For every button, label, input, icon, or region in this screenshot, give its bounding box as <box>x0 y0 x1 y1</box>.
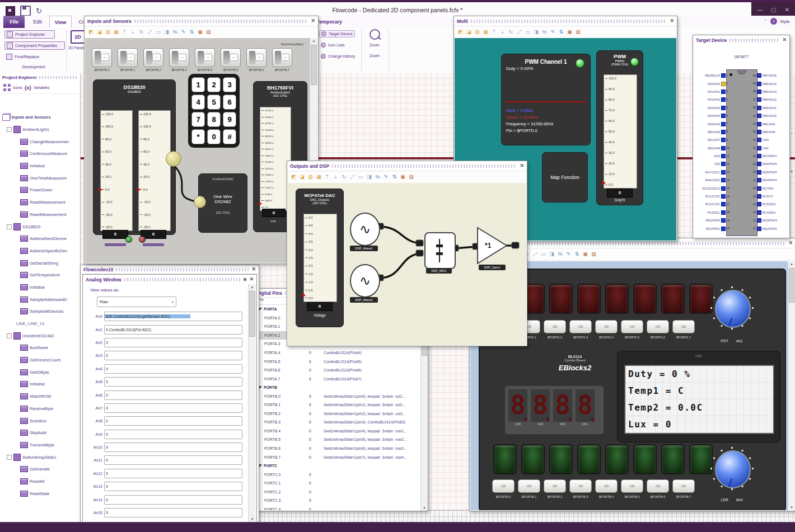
maximize-icon[interactable]: ▢ <box>771 7 776 13</box>
toolbar-icon[interactable]: ▥ <box>474 29 481 36</box>
keypad-key[interactable]: 0 <box>207 129 221 144</box>
chip-pin[interactable]: 28 RD5/PSP5 <box>751 168 788 176</box>
digital-pin-row[interactable]: PORTC <box>254 462 420 470</box>
chip-pin[interactable]: RE1/AN7 9 <box>695 136 732 144</box>
tree-item[interactable]: - Initialise <box>0 160 80 172</box>
toolbar-icon[interactable]: ▣ <box>399 173 406 181</box>
toolbar-icon[interactable]: ⇣ <box>332 173 339 181</box>
digital-pin-row[interactable]: PORTC.2 0 <box>254 487 420 496</box>
chip-pin[interactable]: RA5/AN5 7 <box>695 120 732 128</box>
dsp-wave2-icon[interactable]: ∿ <box>350 264 380 298</box>
chip-pin[interactable]: 35 RB2/AN10 <box>751 112 788 120</box>
expander-icon[interactable]: - <box>7 333 12 338</box>
chip-pin[interactable]: 22 RD3/PSP3 <box>751 216 788 224</box>
chip-pin[interactable]: RC3/SCL 18 <box>695 209 732 216</box>
icons-grid-icon[interactable] <box>3 84 11 91</box>
toggle-switch[interactable]: on <box>221 48 241 67</box>
icon-lists-toggle[interactable]: Icon Lists <box>319 42 347 48</box>
keypad-key[interactable]: 2 <box>207 77 221 92</box>
digital-pin-row[interactable]: PORTB.3 0 SwitchArraySlider1(pin3), Comb… <box>254 418 420 427</box>
toolbar-icon[interactable]: ▦ <box>315 173 322 181</box>
analog-value-field[interactable]: 0 <box>104 403 242 413</box>
ldr-knob[interactable] <box>709 446 754 491</box>
project-explorer-button[interactable]: Project Explorer <box>4 30 55 39</box>
tree-item[interactable]: - SampleAddressedD <box>0 293 80 305</box>
keypad-key[interactable]: 3 <box>223 77 236 92</box>
toolbar-icon[interactable]: ▭ <box>540 251 547 258</box>
keypad-key[interactable]: 4 <box>191 95 205 110</box>
undo-icon[interactable]: ↻ <box>36 7 44 15</box>
off-button[interactable]: Off <box>518 479 540 493</box>
off-button[interactable]: Off <box>672 479 695 493</box>
toolbar-icon[interactable]: ⤢ <box>349 173 356 181</box>
tree-item[interactable]: - BusReset <box>0 342 80 354</box>
tree-item[interactable]: - GetSerialString <box>0 257 80 269</box>
analog-value-field[interactable]: 0 <box>104 495 242 505</box>
digital-pin-row[interactable]: PORTA.4 0 ComboBL0114(PinA4) <box>254 349 420 357</box>
close-icon[interactable]: ✕ <box>670 18 674 23</box>
tree-item[interactable]: - ChangeMeasuremen <box>0 135 80 148</box>
find-replace-button[interactable]: Find/Replace <box>4 53 53 60</box>
tree-item[interactable]: - ResetMeasurement <box>0 209 80 221</box>
chip-pin[interactable]: 21 RD2/PSP2 <box>751 224 788 232</box>
connector-bubble-icon[interactable] <box>166 151 181 167</box>
analog-value-field[interactable]: 0 <box>104 482 242 491</box>
tree-item[interactable]: - ReceiveByte <box>0 403 80 415</box>
digital-pin-row[interactable]: PORTA.5 0 ComboBL0114(PinA5) <box>254 357 420 366</box>
toolbar-icon[interactable]: ✎ <box>565 251 572 258</box>
chip-pin[interactable]: 26 RC7/RX <box>751 184 788 192</box>
close-icon[interactable]: ✕ <box>785 7 789 13</box>
toolbar-icon[interactable]: ▭ <box>155 29 162 36</box>
toolbar-icon[interactable]: ⤢ <box>146 29 153 36</box>
toggle-switch[interactable]: on <box>195 48 215 67</box>
chip-pin[interactable]: RA1/AN1 3 <box>695 88 732 96</box>
analog-value-field[interactable]: 0 <box>104 364 242 374</box>
style-label[interactable]: Style <box>780 19 790 24</box>
analog-value-field[interactable]: 826 ComboBL0114(LightSensor ADC) <box>104 312 242 321</box>
toolbar-icon[interactable]: ◪ <box>298 173 306 181</box>
chip-pin[interactable]: 25 RC6/TX <box>751 192 788 200</box>
toolbar-icon[interactable]: ⤢ <box>531 251 539 258</box>
off-button[interactable]: Off <box>672 320 695 333</box>
pwm-gauge-block[interactable]: PWM PWM2 (PWM CH1) 100.090.080.070.060.0… <box>596 50 643 205</box>
toggle-switch[interactable]: on <box>118 48 138 67</box>
close-icon[interactable]: ✕ <box>251 267 256 272</box>
toolbar-icon[interactable]: ⇅ <box>188 29 195 36</box>
zoom-button[interactable]: Zoom Zoom <box>364 29 385 58</box>
toolbar-icon[interactable]: ▨ <box>205 29 212 36</box>
chip-pin[interactable]: 40 RB7/AN15 <box>751 72 788 79</box>
chip-pin[interactable]: RC2/CCP1 17 <box>695 200 732 208</box>
chip-pin[interactable]: 32 VDD <box>751 136 788 144</box>
toggle-switch[interactable]: on <box>272 48 292 67</box>
chip-pin[interactable]: RA7/OSC1 13 <box>695 168 732 176</box>
toolbar-icon[interactable]: ⤢ <box>516 29 523 36</box>
keypad-key[interactable]: 6 <box>223 95 236 110</box>
chip-pin[interactable]: RE3/MCLR 1 <box>695 72 732 79</box>
toolbar-icon[interactable]: ◪ <box>96 29 103 36</box>
tree-item[interactable]: - GetTemperature <box>0 269 80 281</box>
tree-item[interactable]: - ReadAll <box>0 475 80 488</box>
icons-label[interactable]: Icons <box>13 86 22 90</box>
toolbar-icon[interactable]: ↻ <box>507 29 515 36</box>
toolbar-icon[interactable]: ▣ <box>566 29 573 36</box>
chip-pin[interactable]: 31 VSS <box>751 144 788 152</box>
target-device-toggle[interactable]: Target Device <box>319 30 355 37</box>
toolbar-icon[interactable]: ◩ <box>290 173 297 181</box>
analog-value-field[interactable]: 0 <box>104 508 242 517</box>
toolbar-icon[interactable]: ▣ <box>197 29 204 36</box>
analog-value-field[interactable]: 0 <box>104 390 242 400</box>
panel-2d-button[interactable]: 2D <box>71 30 85 44</box>
dsp-mix-block[interactable] <box>424 232 456 269</box>
toolbar-icon[interactable]: ▦ <box>113 29 120 36</box>
toolbar-icon[interactable]: ◨ <box>532 29 540 36</box>
toolbar-icon[interactable]: ◩ <box>457 29 464 36</box>
toolbar-icon[interactable]: ▦ <box>482 29 489 36</box>
pin-icon[interactable] <box>244 278 246 281</box>
analog-value-field[interactable]: 0 ComboBL0114(Pot ADC) <box>104 325 242 335</box>
digital-pin-row[interactable]: PORTB.4 0 SwitchArraySlider1(pin4), keyp… <box>254 427 420 436</box>
off-button[interactable]: Off <box>569 320 592 333</box>
save-icon[interactable] <box>20 6 31 16</box>
toolbar-icon[interactable]: ⇡ <box>324 173 331 181</box>
off-button[interactable]: Off <box>595 479 618 493</box>
digital-pin-row[interactable]: PORTB.5 0 SwitchArraySlider1(pin5), keyp… <box>254 435 420 444</box>
